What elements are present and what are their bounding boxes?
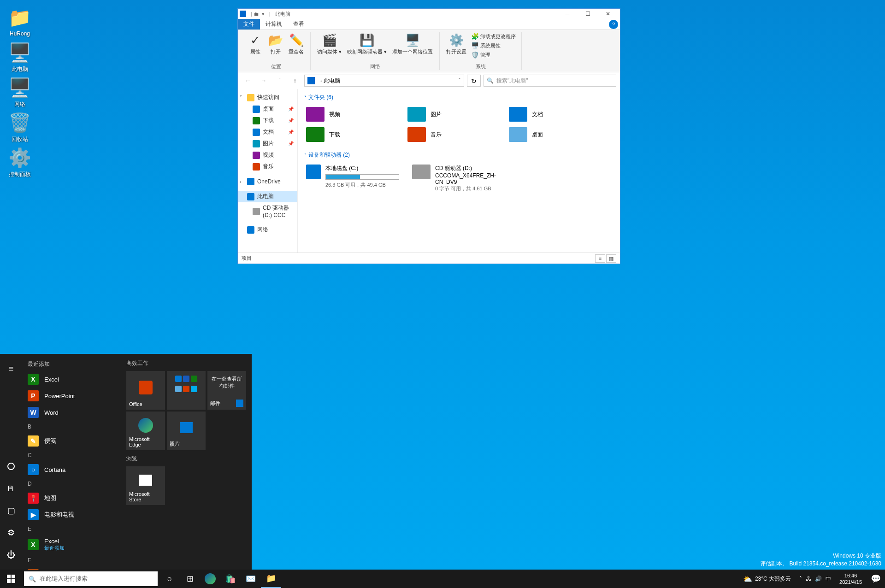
tile-edge[interactable]: Microsoft Edge (126, 412, 165, 450)
tree-图片[interactable]: 图片📌 (238, 138, 297, 149)
refresh-button[interactable]: ↻ (467, 75, 481, 87)
app-Word[interactable]: W Word (22, 404, 121, 421)
tray-chevron[interactable]: ˄ (799, 576, 802, 582)
tray-volume-icon[interactable]: 🔊 (815, 576, 822, 582)
desktop-icon-控制面板[interactable]: ⚙️控制面板 (4, 147, 36, 178)
drive-本地磁盘 (C:)[interactable]: 本地磁盘 (C:)26.3 GB 可用，共 49.4 GB (304, 163, 401, 194)
desktop-icon-此电脑[interactable]: 🖥️此电脑 (4, 41, 36, 73)
rail-user-button[interactable] (0, 455, 22, 477)
app-电影和电视[interactable]: ▶ 电影和电视 (22, 506, 121, 523)
cortana-button[interactable]: ○ (159, 570, 180, 588)
tray-ime[interactable]: 中 (826, 575, 831, 583)
tile-photos[interactable]: 照片 (167, 412, 206, 450)
app-便笺[interactable]: ✎ 便笺 (22, 433, 121, 449)
recent-dropdown[interactable]: ˅ (273, 75, 286, 87)
folder-视频[interactable]: 视频 (304, 105, 396, 123)
qat-save-icon[interactable]: 🖿 (254, 11, 259, 17)
desktop-icon-回收站[interactable]: 🗑️回收站 (4, 112, 36, 143)
rail-pictures-button[interactable]: ▢ (0, 500, 22, 522)
folder-桌面[interactable]: 桌面 (507, 125, 599, 144)
folder-音乐[interactable]: 音乐 (406, 125, 498, 144)
tree-视频[interactable]: 视频 (238, 149, 297, 161)
back-button[interactable]: ← (242, 75, 254, 87)
letter-C[interactable]: C (22, 449, 121, 461)
expand-icon[interactable]: › (240, 179, 241, 184)
taskview-button[interactable]: ⊞ (180, 570, 200, 588)
taskbar-search[interactable]: 🔍 在此键入进行搜索 (24, 571, 158, 586)
ribbon-访问媒体[interactable]: 🎬访问媒体 ▾ (314, 32, 344, 56)
view-icons-button[interactable]: ▦ (606, 254, 616, 263)
folder-图片[interactable]: 图片 (406, 105, 498, 123)
letter-F[interactable]: F (22, 554, 121, 566)
ribbon-打开设置[interactable]: ⚙️打开设置 (443, 32, 469, 56)
search-input[interactable]: 🔍 搜索"此电脑" (484, 75, 616, 87)
tree-OneDrive[interactable]: ›OneDrive (238, 176, 297, 187)
desktop-icon-HuRong[interactable]: 📁HuRong (4, 6, 36, 37)
app-反馈中心[interactable]: 💬 反馈中心 (22, 566, 121, 570)
app-Excel[interactable]: X Excel最近添加 (22, 535, 121, 554)
tree-此电脑[interactable]: 此电脑 (238, 191, 297, 202)
ribbon-属性[interactable]: ✓属性 (245, 32, 266, 56)
tray-network-icon[interactable]: 🖧 (806, 576, 811, 582)
forward-button[interactable]: → (257, 75, 270, 87)
close-button[interactable]: ✕ (598, 9, 618, 18)
taskbar-explorer[interactable]: 📁 (261, 570, 281, 588)
qat-dropdown[interactable]: ▾ (262, 11, 265, 17)
app-地图[interactable]: 📍 地图 (22, 490, 121, 506)
tile-mail[interactable]: 在一处查看所有邮件 邮件 (207, 371, 246, 410)
address-dropdown[interactable]: ˅ (458, 77, 461, 84)
folder-文档[interactable]: 文档 (507, 105, 599, 123)
tree-快速访问[interactable]: ˅快速访问 (238, 92, 297, 103)
taskbar-edge[interactable] (200, 570, 220, 588)
tree-文档[interactable]: 文档📌 (238, 126, 297, 138)
rail-documents-button[interactable]: 🗎 (0, 477, 22, 500)
ribbon-映射网络驱动器[interactable]: 💾映射网络驱动器 ▾ (344, 32, 389, 56)
maximize-button[interactable]: ☐ (578, 9, 598, 18)
tree-桌面[interactable]: 桌面📌 (238, 103, 297, 115)
tab-查看[interactable]: 查看 (288, 19, 310, 29)
tab-文件[interactable]: 文件 (238, 19, 260, 29)
ribbon-重命名[interactable]: ✏️重命名 (286, 32, 307, 56)
view-details-button[interactable]: ≡ (595, 254, 605, 263)
letter-E[interactable]: E (22, 523, 121, 535)
ribbon-管理[interactable]: 🛡️管理 (469, 50, 518, 59)
desktop-icon-网络[interactable]: 🖥️网络 (4, 76, 36, 108)
expand-icon[interactable]: ˅ (240, 95, 242, 100)
up-button[interactable]: ↑ (289, 75, 301, 87)
section-drives-header[interactable]: ˅设备和驱动器 (2) (304, 151, 614, 159)
taskbar-store[interactable]: 🛍️ (220, 570, 241, 588)
minimize-button[interactable]: ─ (557, 9, 578, 18)
drive-CD 驱动器 (D:)[interactable]: CD 驱动器 (D:)CCCOMA_X64FRE_ZH-CN_DV90 字节 可… (410, 163, 507, 194)
tree-网络[interactable]: 网络 (238, 224, 297, 235)
tab-计算机[interactable]: 计算机 (260, 19, 288, 29)
ribbon-系统属性[interactable]: 🖥️系统属性 (469, 41, 518, 50)
letter-B[interactable]: B (22, 421, 121, 433)
letter-D[interactable]: D (22, 478, 121, 490)
app-Cortana[interactable]: ○ Cortana (22, 461, 121, 478)
ribbon-卸载或更改程序[interactable]: 🧩卸载或更改程序 (469, 32, 518, 41)
tile-office[interactable]: Office (126, 371, 165, 410)
taskbar-mail[interactable]: ✉️ (241, 570, 261, 588)
tree-音乐[interactable]: 音乐 (238, 161, 297, 172)
app-PowerPoint[interactable]: P PowerPoint (22, 388, 121, 404)
ribbon-打开[interactable]: 📂打开 (266, 32, 286, 56)
tree-CD 驱动器 (D:) CCC[interactable]: CD 驱动器 (D:) CCC (238, 202, 297, 220)
taskbar-weather[interactable]: ⛅ 23°C 大部多云 (738, 575, 796, 583)
rail-settings-button[interactable]: ⚙ (0, 522, 22, 544)
rail-power-button[interactable]: ⏻ (0, 544, 22, 566)
start-button[interactable] (0, 570, 22, 588)
rail-menu-button[interactable]: ≡ (0, 358, 22, 380)
taskbar-clock[interactable]: 16:46 2021/4/15 (835, 572, 867, 586)
app-Excel[interactable]: X Excel (22, 371, 121, 388)
ribbon-添加一个网络位置[interactable]: 🖥️添加一个网络位置 (389, 32, 436, 56)
explorer-titlebar[interactable]: | 🖿 ▾ | 此电脑 ─ ☐ ✕ (238, 9, 620, 19)
section-folders-header[interactable]: ˅文件夹 (6) (304, 94, 614, 101)
explorer-title: 此电脑 (275, 11, 290, 18)
tree-下载[interactable]: 下载📌 (238, 115, 297, 126)
action-center-button[interactable]: 💬 (867, 570, 885, 588)
tile-office-apps[interactable] (167, 371, 206, 410)
address-bar[interactable]: › 此电脑 ˅ (304, 75, 464, 87)
tile-store[interactable]: Microsoft Store (126, 466, 165, 505)
help-button[interactable]: ? (609, 20, 618, 29)
folder-下载[interactable]: 下载 (304, 125, 396, 144)
